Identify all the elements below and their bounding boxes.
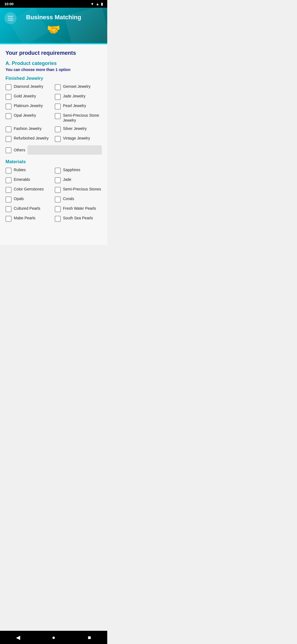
checkbox-refurbished-jewelry-label: Refurbished Jewelry	[14, 136, 49, 141]
checkbox-gold-jewelry-label: Gold Jewelry	[14, 94, 36, 99]
checkbox-jade-jewelry[interactable]: Jade Jewelry	[55, 94, 102, 100]
checkbox-opal-jewelry-label: Opal Jewelry	[14, 113, 36, 118]
status-time: 10:00	[4, 2, 13, 6]
checkbox-cultured-pearls-box[interactable]	[6, 206, 12, 212]
checkbox-fashion-jewelry-box[interactable]	[6, 126, 12, 132]
checkbox-opals-box[interactable]	[6, 197, 12, 203]
checkbox-fashion-jewelry-label: Fashion Jewelry	[14, 126, 42, 131]
checkbox-refurbished-jewelry[interactable]: Refurbished Jewelry	[6, 136, 53, 142]
others-row: Others	[6, 145, 102, 155]
checkbox-platinum-jewelry-label: Platinum Jewelry	[14, 103, 43, 108]
checkbox-jade-jewelry-box[interactable]	[55, 94, 61, 100]
category-sub: You can choose more than 1 option	[6, 67, 102, 72]
checkbox-rubies-label: Rubies	[14, 167, 26, 172]
header: Business Matching 🤝	[0, 8, 107, 44]
checkbox-semi-precious-jewelry[interactable]: Semi-Precious Stone Jewelry	[55, 113, 102, 123]
checkbox-gold-jewelry-box[interactable]	[6, 94, 12, 100]
checkbox-semi-precious-jewelry-label: Semi-Precious Stone Jewelry	[63, 113, 102, 123]
materials-grid: Rubies Sapphires Emeralds Jade Color Gem…	[6, 167, 102, 222]
checkbox-sapphires-label: Sapphires	[63, 167, 80, 172]
checkbox-gemset-jewelry-box[interactable]	[55, 84, 61, 90]
header-accent-line	[0, 43, 107, 44]
checkbox-semi-precious-stones-box[interactable]	[55, 187, 61, 193]
checkbox-opal-jewelry[interactable]: Opal Jewelry	[6, 113, 53, 123]
main-content: Your product requirements A. Product cat…	[0, 44, 107, 245]
checkbox-pearl-jewelry-box[interactable]	[55, 103, 61, 110]
checkbox-emeralds-label: Emeralds	[14, 177, 30, 182]
menu-button[interactable]	[4, 12, 16, 24]
checkbox-diamond-jewelry[interactable]: Diamond Jewelry	[6, 84, 53, 90]
checkbox-silver-jewelry-box[interactable]	[55, 126, 61, 132]
checkbox-silver-jewelry-label: Silver Jewelry	[63, 126, 87, 131]
checkbox-vintage-jewelry[interactable]: Vintage Jewelry	[55, 136, 102, 142]
checkbox-pearl-jewelry-label: Pearl Jewelry	[63, 103, 86, 108]
checkbox-corals-box[interactable]	[55, 197, 61, 203]
checkbox-semi-precious-stones-label: Semi-Precious Stones	[63, 187, 101, 192]
checkbox-color-gemstones-label: Color Gemstones	[14, 187, 44, 192]
checkbox-others-label: Others	[14, 148, 25, 152]
checkbox-corals-label: Corals	[63, 196, 74, 201]
checkbox-cultured-pearls[interactable]: Cultured Pearls	[6, 206, 53, 212]
checkbox-jade[interactable]: Jade	[55, 177, 102, 183]
header-title: Business Matching	[26, 14, 81, 21]
checkbox-rubies-box[interactable]	[6, 168, 12, 174]
checkbox-jade-box[interactable]	[55, 177, 61, 183]
checkbox-fresh-water-pearls-label: Fresh Water Pearls	[63, 206, 96, 211]
checkbox-corals[interactable]: Corals	[55, 196, 102, 203]
checkbox-sapphires[interactable]: Sapphires	[55, 167, 102, 174]
battery-icon: ▮	[101, 2, 103, 6]
checkbox-rubies[interactable]: Rubies	[6, 167, 53, 174]
checkbox-fresh-water-pearls[interactable]: Fresh Water Pearls	[55, 206, 102, 212]
checkbox-gemset-jewelry[interactable]: Gemset Jewelry	[55, 84, 102, 90]
checkbox-semi-precious-stones[interactable]: Semi-Precious Stones	[55, 187, 102, 193]
checkbox-south-sea-pearls-label: South Sea Pearls	[63, 215, 93, 220]
checkbox-vintage-jewelry-box[interactable]	[55, 136, 61, 142]
group-label-materials: Materials	[6, 159, 102, 165]
checkbox-fresh-water-pearls-box[interactable]	[55, 206, 61, 212]
checkbox-emeralds[interactable]: Emeralds	[6, 177, 53, 183]
checkbox-mabe-pearls-box[interactable]	[6, 216, 12, 222]
handshake-icon: 🤝	[47, 23, 61, 36]
wifi-icon: ▼	[90, 2, 94, 6]
others-input[interactable]	[28, 145, 102, 155]
checkbox-semi-precious-jewelry-box[interactable]	[55, 113, 61, 119]
checkbox-cultured-pearls-label: Cultured Pearls	[14, 206, 40, 211]
checkbox-platinum-jewelry-box[interactable]	[6, 103, 12, 110]
status-icons: ▼ ▲ ▮	[90, 2, 103, 6]
checkbox-gemset-jewelry-label: Gemset Jewelry	[63, 84, 90, 89]
checkbox-vintage-jewelry-label: Vintage Jewelry	[63, 136, 90, 141]
checkbox-refurbished-jewelry-box[interactable]	[6, 136, 12, 142]
checkbox-south-sea-pearls-box[interactable]	[55, 216, 61, 222]
checkbox-diamond-jewelry-box[interactable]	[6, 84, 12, 90]
checkbox-diamond-jewelry-label: Diamond Jewelry	[14, 84, 43, 89]
checkbox-jade-label: Jade	[63, 177, 71, 182]
status-bar: 10:00 ▼ ▲ ▮	[0, 0, 107, 8]
signal-icon: ▲	[96, 2, 99, 6]
checkbox-silver-jewelry[interactable]: Silver Jewelry	[55, 126, 102, 132]
checkbox-gold-jewelry[interactable]: Gold Jewelry	[6, 94, 53, 100]
checkbox-south-sea-pearls[interactable]: South Sea Pearls	[55, 215, 102, 222]
section-title: Your product requirements	[6, 50, 102, 56]
group-label-finished-jewelry: Finished Jewelry	[6, 76, 102, 81]
checkbox-opal-jewelry-box[interactable]	[6, 113, 12, 119]
checkbox-opals[interactable]: Opals	[6, 196, 53, 203]
checkbox-mabe-pearls[interactable]: Mabe Pearls	[6, 215, 53, 222]
checkbox-color-gemstones-box[interactable]	[6, 187, 12, 193]
checkbox-jade-jewelry-label: Jade Jewelry	[63, 94, 86, 99]
category-heading: A. Product categories	[6, 61, 102, 66]
checkbox-sapphires-box[interactable]	[55, 168, 61, 174]
checkbox-platinum-jewelry[interactable]: Platinum Jewelry	[6, 103, 53, 110]
checkbox-pearl-jewelry[interactable]: Pearl Jewelry	[55, 103, 102, 110]
finished-jewelry-grid: Diamond Jewelry Gemset Jewelry Gold Jewe…	[6, 84, 102, 142]
checkbox-opals-label: Opals	[14, 196, 24, 201]
checkbox-color-gemstones[interactable]: Color Gemstones	[6, 187, 53, 193]
checkbox-fashion-jewelry[interactable]: Fashion Jewelry	[6, 126, 53, 132]
checkbox-others-box[interactable]	[6, 147, 12, 153]
checkbox-emeralds-box[interactable]	[6, 177, 12, 183]
checkbox-mabe-pearls-label: Mabe Pearls	[14, 215, 35, 220]
